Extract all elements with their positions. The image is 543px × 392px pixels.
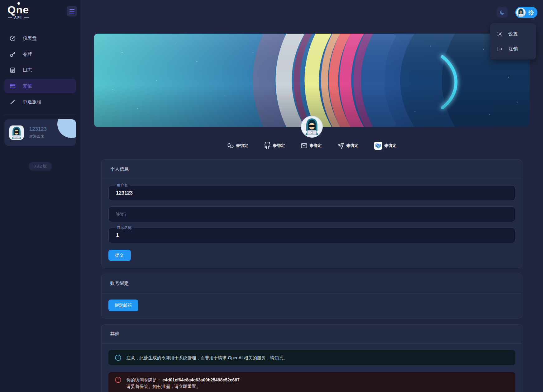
profile-card-title: 个人信息 bbox=[102, 160, 522, 179]
display-name-field-wrapper: 显示名称 bbox=[108, 228, 515, 243]
submit-button[interactable]: 提交 bbox=[108, 250, 131, 261]
error-icon bbox=[115, 376, 121, 383]
sidebar-item-dashboard[interactable]: 仪表盘 bbox=[4, 31, 76, 45]
binding-label: 未绑定 bbox=[236, 143, 248, 149]
brand-subtitle: API bbox=[7, 16, 29, 19]
access-token-alert: 你的访问令牌是： c4d01cf64e8a4c63a09b25498c52c68… bbox=[108, 372, 515, 392]
content: 未绑定 未绑定 未绑定 bbox=[94, 34, 530, 392]
sidebar-item-label: 日志 bbox=[23, 67, 32, 73]
username-input[interactable] bbox=[108, 185, 515, 201]
user-settings-icon bbox=[497, 31, 503, 37]
brush-icon bbox=[9, 99, 16, 105]
password-input[interactable] bbox=[108, 206, 515, 222]
error-alert-text: 你的访问令牌是： c4d01cf64e8a4c63a09b25498c52c68… bbox=[126, 376, 240, 390]
token-warning: 请妥善保管。如有泄漏，请立即重置。 bbox=[126, 384, 201, 389]
binding-wechat[interactable]: 未绑定 bbox=[227, 142, 248, 149]
bind-email-button[interactable]: 绑定邮箱 bbox=[108, 300, 138, 311]
wechat-icon bbox=[227, 142, 234, 149]
profile-avatar[interactable] bbox=[301, 116, 323, 138]
moon-icon bbox=[499, 9, 505, 16]
user-name: 123123 bbox=[29, 126, 47, 132]
sidebar-header: Qne API bbox=[0, 0, 80, 22]
access-token-value: c4d01cf64e8a4c63a09b25498c52c687 bbox=[162, 377, 240, 382]
menu-item-label: 注销 bbox=[508, 46, 518, 52]
gear-icon bbox=[528, 10, 534, 16]
binding-lark[interactable]: 未绑定 bbox=[374, 142, 397, 150]
dashboard-icon bbox=[9, 35, 16, 42]
github-icon bbox=[264, 142, 271, 149]
mail-icon bbox=[301, 142, 307, 149]
telegram-icon bbox=[337, 142, 344, 149]
dark-mode-toggle[interactable] bbox=[497, 7, 507, 18]
lark-icon bbox=[374, 142, 382, 150]
username-field-wrapper: 用户名 bbox=[108, 185, 515, 201]
topbar bbox=[80, 0, 543, 25]
token-info-alert: 注意，此处生成的令牌用于系统管理，而非用于请求 OpenAI 相关的服务，请知悉… bbox=[108, 350, 515, 365]
binding-email[interactable]: 未绑定 bbox=[301, 142, 322, 149]
sidebar-nav: 仪表盘 令牌 日志 充值 bbox=[0, 31, 80, 109]
menu-item-label: 设置 bbox=[508, 31, 518, 37]
key-icon bbox=[9, 51, 16, 58]
sidebar: Qne API 仪表盘 令牌 bbox=[0, 0, 80, 392]
user-avatar bbox=[9, 125, 24, 140]
sidebar-item-label: 仪表盘 bbox=[23, 35, 37, 41]
other-card: 其他 注意，此处生成的令牌用于系统管理，而非用于请求 OpenAI 相关的服务，… bbox=[101, 324, 522, 392]
token-prefix: 你的访问令牌是： bbox=[126, 377, 161, 382]
sidebar-item-logs[interactable]: 日志 bbox=[4, 63, 76, 77]
info-icon bbox=[115, 354, 121, 361]
profile-banner bbox=[94, 34, 530, 127]
banner-image bbox=[94, 34, 530, 127]
sidebar-item-midjourney[interactable]: 中途旅程 bbox=[4, 95, 76, 109]
sidebar-toggle-button[interactable] bbox=[67, 6, 77, 17]
user-card-decoration bbox=[57, 119, 76, 138]
username-label: 用户名 bbox=[115, 183, 130, 188]
topbar-user-pill[interactable] bbox=[515, 7, 537, 18]
sidebar-item-label: 中途旅程 bbox=[23, 99, 41, 105]
logout-icon bbox=[497, 46, 503, 52]
sidebar-item-label: 令牌 bbox=[23, 51, 32, 57]
sidebar-divider bbox=[4, 115, 76, 115]
user-menu: 设置 注销 bbox=[490, 23, 536, 59]
binding-label: 未绑定 bbox=[273, 143, 285, 149]
app-root: Qne API 仪表盘 令牌 bbox=[0, 0, 543, 392]
other-card-title: 其他 bbox=[102, 324, 522, 344]
binding-github[interactable]: 未绑定 bbox=[264, 142, 285, 149]
binding-label: 未绑定 bbox=[346, 143, 359, 149]
main-area: 设置 注销 bbox=[80, 0, 543, 392]
profile-card: 个人信息 用户名 显示名称 提交 bbox=[101, 159, 522, 268]
sidebar-item-label: 充值 bbox=[23, 83, 32, 89]
topbar-avatar bbox=[516, 8, 526, 17]
sidebar-user-card[interactable]: 123123 欢迎回来 bbox=[4, 119, 76, 146]
info-alert-text: 注意，此处生成的令牌用于系统管理，而非用于请求 OpenAI 相关的服务，请知悉… bbox=[126, 354, 288, 361]
menu-item-logout[interactable]: 注销 bbox=[490, 41, 536, 56]
binding-label: 未绑定 bbox=[310, 143, 322, 149]
version-badge: 0.8.2 版 bbox=[29, 162, 52, 171]
brand-logo[interactable]: Qne API bbox=[7, 4, 29, 19]
credit-card-icon bbox=[9, 83, 16, 89]
log-icon bbox=[9, 67, 16, 73]
binding-label: 未绑定 bbox=[384, 143, 397, 149]
brand-name: Qne bbox=[7, 4, 29, 15]
sidebar-item-tokens[interactable]: 令牌 bbox=[4, 47, 76, 61]
welcome-text: 欢迎回来 bbox=[29, 134, 47, 139]
binding-telegram[interactable]: 未绑定 bbox=[337, 142, 359, 149]
account-binding-card: 账号绑定 绑定邮箱 bbox=[101, 274, 522, 319]
account-binding-title: 账号绑定 bbox=[102, 274, 522, 293]
binding-status-row: 未绑定 未绑定 未绑定 bbox=[94, 142, 530, 150]
sidebar-item-recharge[interactable]: 充值 bbox=[4, 79, 76, 93]
hamburger-icon bbox=[69, 9, 74, 10]
password-field-wrapper bbox=[108, 206, 515, 222]
display-name-label: 显示名称 bbox=[115, 225, 134, 230]
display-name-input[interactable] bbox=[108, 228, 515, 243]
menu-item-settings[interactable]: 设置 bbox=[490, 26, 536, 41]
